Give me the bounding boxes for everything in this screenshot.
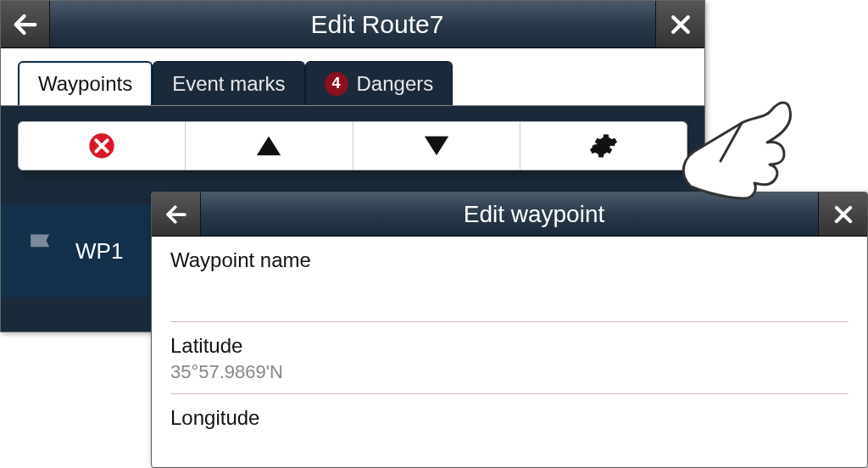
latitude-label: Latitude [170,334,849,358]
tab-event-marks-label: Event marks [172,72,285,96]
child-back-button[interactable] [152,192,201,236]
tab-event-marks[interactable]: Event marks [153,61,304,105]
svg-marker-6 [257,136,281,156]
edit-waypoint-title: Edit waypoint [201,201,867,228]
settings-button[interactable] [520,122,687,170]
latitude-value: 35°57.9869'N [170,361,849,383]
waypoint-name-input[interactable] [170,272,849,311]
edit-route-title: Edit Route7 [50,10,704,39]
child-close-button[interactable] [818,192,867,236]
close-icon [832,203,855,226]
gear-icon [589,131,618,160]
tab-dangers[interactable]: 4 Dangers [305,61,453,105]
edit-waypoint-window: Edit waypoint Waypoint name Latitude 35°… [151,192,868,468]
back-arrow-icon [11,10,40,39]
tab-waypoints[interactable]: Waypoints [18,61,153,105]
arrow-up-icon [254,131,283,160]
waypoint-name-label: Waypoint name [170,248,849,272]
longitude-label: Longitude [170,406,849,430]
waypoint-toolbar [18,121,687,170]
flag-icon [23,230,60,273]
arrow-down-icon [422,131,451,160]
svg-marker-7 [424,136,448,156]
tab-waypoints-label: Waypoints [38,72,132,96]
tabs-row: Waypoints Event marks 4 Dangers [1,48,704,106]
move-down-button[interactable] [353,122,520,170]
longitude-field[interactable]: Longitude [152,394,867,430]
edit-route-titlebar: Edit Route7 [1,1,704,48]
waypoint-name-field[interactable]: Waypoint name [152,237,867,322]
edit-waypoint-titlebar: Edit waypoint [152,192,867,237]
waypoint-row-label: WP1 [75,238,123,265]
latitude-field[interactable]: Latitude 35°57.9869'N [152,322,867,394]
close-button[interactable] [655,1,704,47]
delete-icon [88,132,115,159]
delete-button[interactable] [19,122,186,170]
close-icon [668,12,693,37]
move-up-button[interactable] [186,122,353,170]
back-arrow-icon [164,202,189,227]
tab-dangers-label: Dangers [357,72,434,96]
dangers-count-badge: 4 [325,72,348,96]
back-button[interactable] [1,1,50,47]
